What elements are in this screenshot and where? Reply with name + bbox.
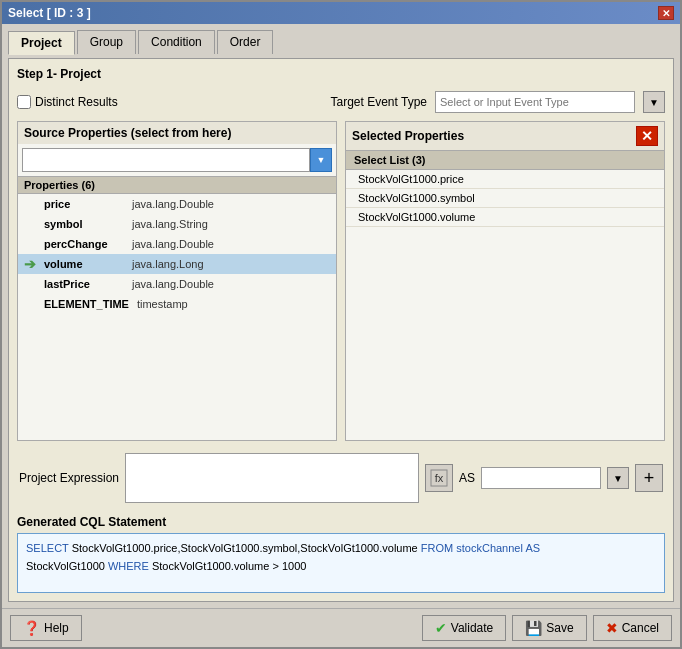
selected-item[interactable]: StockVolGt1000.symbol bbox=[346, 189, 664, 208]
help-label: Help bbox=[44, 621, 69, 635]
where-keyword: WHERE bbox=[108, 560, 149, 572]
target-event-type-label: Target Event Type bbox=[330, 95, 427, 109]
main-window: Select [ ID : 3 ] ✕ Project Group Condit… bbox=[0, 0, 682, 649]
cql-box: SELECT StockVolGt1000.price,StockVolGt10… bbox=[17, 533, 665, 593]
prop-name: symbol bbox=[44, 218, 124, 230]
title-bar: Select [ ID : 3 ] ✕ bbox=[2, 2, 680, 24]
footer-right: ✔ Validate 💾 Save ✖ Cancel bbox=[422, 615, 672, 641]
select-list-header: Select List (3) bbox=[346, 151, 664, 170]
selected-item[interactable]: StockVolGt1000.volume bbox=[346, 208, 664, 227]
cql-section: Generated CQL Statement SELECT StockVolG… bbox=[17, 515, 665, 593]
project-expression-row: Project Expression fx AS ▼ + bbox=[17, 449, 665, 507]
save-icon: 💾 bbox=[525, 620, 542, 636]
prop-type: java.lang.Double bbox=[132, 278, 214, 290]
main-content: Project Group Condition Order Step 1- Pr… bbox=[2, 24, 680, 608]
as-dropdown-btn[interactable]: ▼ bbox=[607, 467, 629, 489]
prop-type: timestamp bbox=[137, 298, 188, 310]
prop-name: lastPrice bbox=[44, 278, 124, 290]
svg-text:fx: fx bbox=[435, 472, 444, 484]
selected-item[interactable]: StockVolGt1000.price bbox=[346, 170, 664, 189]
prop-type: java.lang.Long bbox=[132, 258, 204, 270]
tab-order[interactable]: Order bbox=[217, 30, 274, 54]
project-expression-label: Project Expression bbox=[19, 471, 119, 485]
property-item[interactable]: ➔ price java.lang.Double bbox=[18, 194, 336, 214]
validate-icon: ✔ bbox=[435, 620, 447, 636]
prop-name: volume bbox=[44, 258, 124, 270]
validate-label: Validate bbox=[451, 621, 493, 635]
property-item[interactable]: ➔ percChange java.lang.Double bbox=[18, 234, 336, 254]
as-label: AS bbox=[459, 471, 475, 485]
panels-row: Source Properties (select from here) Sto… bbox=[17, 121, 665, 441]
prop-name: percChange bbox=[44, 238, 124, 250]
validate-button[interactable]: ✔ Validate bbox=[422, 615, 506, 641]
distinct-results-checkbox[interactable] bbox=[17, 95, 31, 109]
source-properties-panel: Source Properties (select from here) Sto… bbox=[17, 121, 337, 441]
selected-items-list: StockVolGt1000.priceStockVolGt1000.symbo… bbox=[346, 170, 664, 440]
options-row: Distinct Results Target Event Type ▼ bbox=[17, 91, 665, 113]
save-button[interactable]: 💾 Save bbox=[512, 615, 586, 641]
help-button[interactable]: ❓ Help bbox=[10, 615, 82, 641]
cancel-button[interactable]: ✖ Cancel bbox=[593, 615, 672, 641]
expression-icon-btn[interactable]: fx bbox=[425, 464, 453, 492]
help-icon: ❓ bbox=[23, 620, 40, 636]
as-value-cql: StockVolGt1000 bbox=[26, 560, 105, 572]
tab-condition[interactable]: Condition bbox=[138, 30, 215, 54]
properties-list: ➔ price java.lang.Double ➔ symbol java.l… bbox=[18, 194, 336, 440]
selected-panel-header: Selected Properties ✕ bbox=[346, 122, 664, 151]
prop-type: java.lang.Double bbox=[132, 198, 214, 210]
property-item[interactable]: ➔ lastPrice java.lang.Double bbox=[18, 274, 336, 294]
step-title: Step 1- Project bbox=[17, 67, 665, 81]
as-keyword-cql: AS bbox=[525, 542, 540, 554]
target-event-type-input[interactable] bbox=[435, 91, 635, 113]
footer: ❓ Help ✔ Validate 💾 Save ✖ Cancel bbox=[2, 608, 680, 647]
property-item[interactable]: ➔ symbol java.lang.String bbox=[18, 214, 336, 234]
window-title: Select [ ID : 3 ] bbox=[8, 6, 91, 20]
from-keyword: FROM bbox=[421, 542, 453, 554]
save-label: Save bbox=[546, 621, 573, 635]
prop-name: price bbox=[44, 198, 124, 210]
select-fields: StockVolGt1000.price,StockVolGt1000.symb… bbox=[72, 542, 418, 554]
cancel-label: Cancel bbox=[622, 621, 659, 635]
source-panel-title: Source Properties (select from here) bbox=[18, 122, 336, 144]
distinct-results-label: Distinct Results bbox=[17, 95, 118, 109]
source-select-field[interactable]: StockVolGt1000 bbox=[22, 148, 310, 172]
cancel-icon: ✖ bbox=[606, 620, 618, 636]
prop-type: java.lang.String bbox=[132, 218, 208, 230]
property-item[interactable]: ➔ ELEMENT_TIME timestamp bbox=[18, 294, 336, 314]
select-keyword: SELECT bbox=[26, 542, 69, 554]
tab-bar: Project Group Condition Order bbox=[8, 30, 674, 54]
source-select-arrow-btn[interactable]: ▼ bbox=[310, 148, 332, 172]
project-expression-input[interactable] bbox=[125, 453, 419, 503]
source-dropdown-row: StockVolGt1000 ▼ bbox=[18, 144, 336, 176]
expression-icon: fx bbox=[430, 469, 448, 487]
from-value: stockChannel bbox=[456, 542, 523, 554]
prop-type: java.lang.Double bbox=[132, 238, 214, 250]
tab-content: Step 1- Project Distinct Results Target … bbox=[8, 58, 674, 602]
close-button[interactable]: ✕ bbox=[658, 6, 674, 20]
tab-group[interactable]: Group bbox=[77, 30, 136, 54]
selected-properties-panel: Selected Properties ✕ Select List (3) St… bbox=[345, 121, 665, 441]
prop-arrow-icon: ➔ bbox=[24, 256, 36, 272]
cql-title: Generated CQL Statement bbox=[17, 515, 665, 529]
event-type-dropdown-btn[interactable]: ▼ bbox=[643, 91, 665, 113]
prop-name: ELEMENT_TIME bbox=[44, 298, 129, 310]
as-input[interactable] bbox=[481, 467, 601, 489]
add-expression-btn[interactable]: + bbox=[635, 464, 663, 492]
where-condition: StockVolGt1000.volume > 1000 bbox=[152, 560, 306, 572]
tab-project[interactable]: Project bbox=[8, 31, 75, 55]
property-item[interactable]: ➔ volume java.lang.Long bbox=[18, 254, 336, 274]
delete-selected-btn[interactable]: ✕ bbox=[636, 126, 658, 146]
selected-panel-title: Selected Properties bbox=[352, 129, 464, 143]
distinct-results-text: Distinct Results bbox=[35, 95, 118, 109]
properties-header: Properties (6) bbox=[18, 176, 336, 194]
